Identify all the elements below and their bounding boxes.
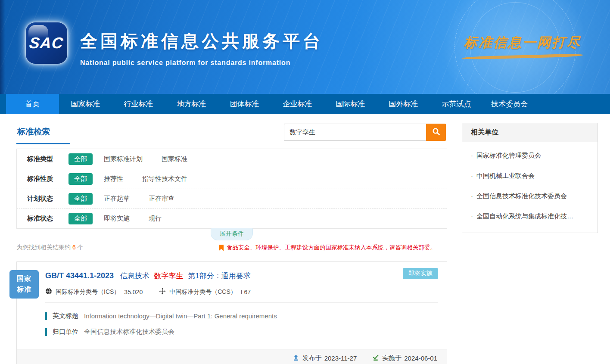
banner-slogan-text: 标准信息一网打尽 (456, 34, 589, 52)
page-content: 标准检索 标准类型 全部 国家标准计划 国家标准 标准性质 全部 推荐性 (0, 114, 610, 364)
results-count: 为您找到相关结果约6个 (16, 244, 84, 252)
nav-enterprise-standards[interactable]: 企业标准 (271, 94, 324, 114)
filter-label: 标准性质 (27, 175, 68, 183)
list-bullet: · (471, 192, 473, 199)
ics-label: 国际标准分类号（ICS） (56, 288, 120, 296)
nav-international-standards[interactable]: 国际标准 (324, 94, 377, 114)
search-group (284, 124, 446, 141)
status-badge: 即将实施 (403, 268, 438, 279)
notice-text: 食品安全、环境保护、工程建设方面的国家标准未纳入本系统，请咨询相关部委。 (227, 244, 436, 252)
banner-slogan: 标准信息一网打尽 (456, 34, 589, 58)
result-card: 国家 标准 GB/T 43441.1-2023 信息技术 数字孪生 第1部分：通… (16, 261, 447, 364)
sidebar-item-sac[interactable]: ·国家标准化管理委员会 (471, 146, 589, 166)
expand-conditions-wrap: 展开条件 (16, 228, 447, 240)
sac-logo[interactable]: SAC (26, 22, 67, 64)
nav-technical-committees[interactable]: 技术委员会 (483, 94, 536, 114)
nav-home[interactable]: 首页 (6, 94, 59, 114)
field-value: Information technology—Digital twin—Part… (84, 312, 277, 320)
english-title-row: 英文标题 Information technology—Digital twin… (45, 312, 438, 320)
sidebar-item-label: 国家标准化管理委员会 (476, 152, 541, 159)
filter-option[interactable]: 国家标准 (162, 155, 187, 163)
site-title-cn: 全国标准信息公共服务平台 (80, 29, 323, 53)
filter-option[interactable]: 正在起草 (104, 195, 130, 203)
filter-all-badge[interactable]: 全部 (68, 213, 93, 224)
result-card-footer: 发布于 2023-11-27 实施于 2024-06-01 (17, 349, 447, 364)
filter-option[interactable]: 推荐性 (104, 175, 123, 183)
sidebar-item-it-standardization[interactable]: ·全国信息技术标准化技术委员会 (471, 186, 589, 206)
published-label: 发布于 (302, 354, 322, 362)
type-badge-line2: 标准 (17, 284, 31, 295)
ccs-meta: 中国标准分类号（CCS） L67 (159, 288, 251, 296)
result-card-fields: 英文标题 Information technology—Digital twin… (17, 303, 447, 345)
ics-meta: 国际标准分类号（ICS） 35.020 (45, 288, 143, 296)
results-count-prefix: 为您找到相关结果约 (16, 244, 71, 251)
globe-icon (45, 288, 56, 296)
filter-all-badge[interactable]: 全部 (68, 193, 93, 205)
field-accent-bar (45, 328, 47, 336)
nav-local-standards[interactable]: 地方标准 (165, 94, 218, 114)
nav-industry-standards[interactable]: 行业标准 (112, 94, 165, 114)
list-bullet: · (471, 172, 473, 179)
filter-option[interactable]: 指导性技术文件 (142, 175, 187, 183)
publish-icon (293, 354, 302, 362)
implemented-date: 2024-06-01 (404, 355, 437, 362)
filter-option[interactable]: 现行 (149, 215, 162, 223)
filter-row-plan-status: 计划状态 全部 正在起草 正在审查 (17, 189, 447, 208)
related-units-list: ·国家标准化管理委员会 ·中国机械工业联合会 ·全国信息技术标准化技术委员会 ·… (462, 142, 598, 233)
standard-type-badge[interactable]: 国家 标准 (9, 270, 39, 299)
site-titles: 全国标准信息公共服务平台 National public service pla… (80, 29, 323, 67)
filter-label: 标准类型 (27, 155, 68, 163)
system-notice: 食品安全、环境保护、工程建设方面的国家标准未纳入本系统，请咨询相关部委。 (219, 244, 436, 252)
page-title: 标准检索 (16, 123, 50, 144)
committee-row: 归口单位 全国信息技术标准化技术委员会 (45, 328, 438, 336)
filter-row-standard-nature: 标准性质 全部 推荐性 指导性技术文件 (17, 169, 447, 189)
search-section: 标准检索 (16, 123, 447, 148)
nav-group-standards[interactable]: 团体标准 (218, 94, 271, 114)
results-count-suffix: 个 (78, 244, 84, 251)
filter-all-badge[interactable]: 全部 (68, 173, 93, 185)
bookmark-icon (219, 245, 224, 251)
ics-value: 35.020 (124, 289, 143, 296)
nav-pilot[interactable]: 示范试点 (430, 94, 483, 114)
published-date-item: 发布于 2023-11-27 (293, 354, 357, 362)
ccs-value: L67 (241, 289, 251, 296)
related-units-panel: 相关单位 ·国家标准化管理委员会 ·中国机械工业联合会 ·全国信息技术标准化技术… (462, 123, 598, 233)
classification-meta: 国际标准分类号（ICS） 35.020 中国标准分类号（CCS） L67 (45, 288, 438, 303)
field-label: 英文标题 (53, 312, 78, 320)
results-info-row: 为您找到相关结果约6个 食品安全、环境保护、工程建设方面的国家标准未纳入本系统，… (16, 244, 447, 252)
standard-title-post[interactable]: 第1部分：通用要求 (188, 272, 250, 280)
check-icon (372, 354, 382, 362)
search-icon (432, 128, 440, 137)
nav-foreign-standards[interactable]: 国外标准 (377, 94, 430, 114)
standard-title-pre[interactable]: 信息技术 (120, 272, 149, 280)
site-header: SAC 全国标准信息公共服务平台 National public service… (0, 0, 610, 94)
filter-option[interactable]: 正在审查 (149, 195, 174, 203)
sidebar-item-label: 全国信息技术标准化技术委员会 (476, 192, 567, 199)
related-units-title: 相关单位 (462, 123, 598, 142)
filter-option[interactable]: 国家标准计划 (104, 155, 143, 163)
sidebar-item-label: 中国机械工业联合会 (476, 172, 535, 179)
search-button[interactable] (426, 124, 446, 141)
filter-row-standard-status: 标准状态 全部 即将实施 现行 (17, 208, 447, 228)
search-input[interactable] (284, 124, 426, 141)
standard-title-highlight[interactable]: 数字孪生 (154, 272, 184, 280)
ccs-label: 中国标准分类号（CCS） (169, 288, 237, 296)
standard-title: GB/T 43441.1-2023 信息技术 数字孪生 第1部分：通用要求 (45, 271, 438, 281)
sidebar-item-machinery-federation[interactable]: ·中国机械工业联合会 (471, 166, 589, 186)
filter-option[interactable]: 即将实施 (104, 215, 130, 223)
site-title-en: National public service platform for sta… (80, 59, 323, 67)
filter-all-badge[interactable]: 全部 (68, 153, 93, 165)
expand-conditions-button[interactable]: 展开条件 (211, 228, 253, 240)
filter-panel: 标准类型 全部 国家标准计划 国家标准 标准性质 全部 推荐性 指导性技术文件 … (16, 149, 447, 229)
field-value: 全国信息技术标准化技术委员会 (84, 328, 174, 336)
main-nav: 首页 国家标准 行业标准 地方标准 团体标准 企业标准 国际标准 国外标准 示范… (0, 94, 610, 114)
sidebar-item-label: 全国自动化系统与集成标准化技… (476, 212, 573, 220)
implemented-date-item: 实施于 2024-06-01 (372, 354, 437, 362)
results-count-number: 6 (72, 244, 76, 251)
standard-number-link[interactable]: GB/T 43441.1-2023 (45, 271, 114, 280)
filter-label: 计划状态 (27, 195, 68, 203)
sidebar-item-automation-systems[interactable]: ·全国自动化系统与集成标准化技… (471, 206, 589, 227)
nav-national-standards[interactable]: 国家标准 (59, 94, 112, 114)
field-accent-bar (45, 312, 47, 320)
type-badge-line1: 国家 (17, 274, 31, 284)
